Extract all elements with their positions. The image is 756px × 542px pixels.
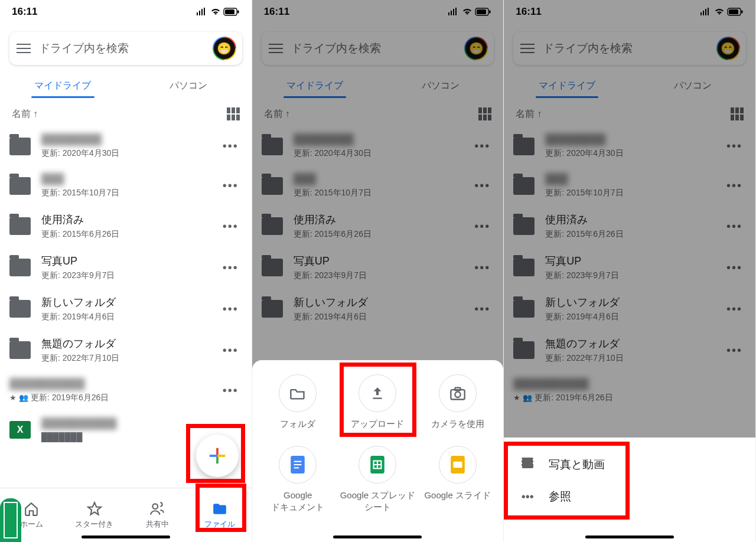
folder-icon xyxy=(9,300,31,318)
sort-button[interactable]: 名前 ↑ xyxy=(12,108,38,120)
status-time: 16:11 xyxy=(12,6,37,18)
docs-icon xyxy=(279,446,317,484)
phone-screen-1: 16:11 ドライブ内を検索 😁 マイドライブ パソコン 名前 ↑ ██████… xyxy=(0,0,252,542)
svg-rect-16 xyxy=(294,464,302,465)
more-icon[interactable]: ••• xyxy=(219,384,242,397)
svg-rect-10 xyxy=(489,11,491,14)
more-icon[interactable]: ••• xyxy=(219,179,242,192)
more-icon[interactable]: ••• xyxy=(219,139,242,153)
home-indicator xyxy=(82,536,170,538)
more-icon[interactable]: ••• xyxy=(219,302,242,316)
excel-icon xyxy=(9,421,31,439)
folder-icon xyxy=(9,341,31,359)
shared-icon: 👥 xyxy=(19,393,28,402)
nav-starred[interactable]: スター付き xyxy=(63,501,125,530)
svg-rect-17 xyxy=(294,467,299,468)
list-item[interactable]: ████████ 更新: 2020年4月30日 ••• xyxy=(4,126,248,166)
search-bar[interactable]: ドライブ内を検索 😁 xyxy=(9,32,242,65)
home-indicator xyxy=(333,536,422,538)
highlight-files-tab xyxy=(195,484,246,532)
create-sheets[interactable]: Google スプレッドシート xyxy=(338,446,418,512)
svg-rect-15 xyxy=(294,461,302,462)
svg-rect-2 xyxy=(237,11,239,14)
create-folder[interactable]: フォルダ xyxy=(258,374,338,430)
tab-computer[interactable]: パソコン xyxy=(126,80,252,98)
svg-rect-26 xyxy=(741,11,743,14)
more-icon[interactable]: ••• xyxy=(219,261,242,275)
list-item[interactable]: ██████████ ★👥更新: 2019年6月26日 ••• xyxy=(4,371,248,410)
star-icon: ★ xyxy=(9,393,17,402)
list-item[interactable]: 無題のフォルダ 更新: 2022年7月10日 ••• xyxy=(4,329,248,371)
view-toggle-icon[interactable] xyxy=(227,107,240,120)
list-item[interactable]: 写真UP 更新: 2023年9月7日 ••• xyxy=(4,247,248,288)
svg-rect-1 xyxy=(225,9,234,14)
search-placeholder: ドライブ内を検索 xyxy=(39,41,206,56)
svg-rect-9 xyxy=(477,9,486,14)
svg-point-7 xyxy=(152,504,158,509)
highlight-fab xyxy=(186,424,245,483)
slides-icon xyxy=(439,446,477,484)
status-icons xyxy=(196,8,240,16)
more-icon[interactable]: ••• xyxy=(219,344,242,357)
home-indicator xyxy=(585,536,674,538)
folder-outline-icon xyxy=(279,374,317,412)
arrow-up-icon: ↑ xyxy=(33,109,38,119)
tabs-row: マイドライブ パソコン xyxy=(0,70,252,98)
create-slides[interactable]: Google スライド xyxy=(418,446,497,512)
create-camera[interactable]: カメラを使用 xyxy=(418,374,497,430)
phone-screen-2: 16:11 ドライブ内を検索😁 マイドライブパソコン 名前↑ ████████更… xyxy=(252,0,504,542)
folder-icon xyxy=(9,217,31,235)
list-item[interactable]: 新しいフォルダ 更新: 2019年4月6日 ••• xyxy=(4,288,248,329)
highlight-upload xyxy=(340,363,416,437)
folder-icon xyxy=(9,138,31,155)
menu-icon[interactable] xyxy=(15,40,32,57)
status-bar: 16:11 xyxy=(0,0,252,24)
file-list: ████████ 更新: 2020年4月30日 ••• ███ 更新: 2015… xyxy=(0,126,252,449)
highlight-upload-menu xyxy=(504,442,630,520)
sheets-app-icon xyxy=(359,446,396,484)
tab-mydrive[interactable]: マイドライブ xyxy=(0,80,126,98)
svg-point-12 xyxy=(455,391,460,397)
svg-rect-23 xyxy=(453,462,462,468)
sheets-icon xyxy=(0,498,21,542)
sort-row: 名前 ↑ xyxy=(0,98,252,126)
create-docs[interactable]: Google ドキュメント xyxy=(258,446,338,512)
folder-icon xyxy=(9,177,31,195)
avatar[interactable]: 😁 xyxy=(213,37,236,60)
list-item[interactable]: 使用済み 更新: 2015年6月26日 ••• xyxy=(4,205,248,247)
camera-icon xyxy=(439,374,477,412)
nav-shared[interactable]: 共有中 xyxy=(126,501,188,530)
phone-screen-3: 16:11 ドライブ内を検索😁 マイドライブパソコン 名前↑ ████████更… xyxy=(504,0,756,542)
list-item[interactable]: ███ 更新: 2015年10月7日 ••• xyxy=(4,166,248,205)
folder-icon xyxy=(9,259,31,276)
svg-rect-25 xyxy=(729,9,738,14)
more-icon[interactable]: ••• xyxy=(219,220,242,233)
